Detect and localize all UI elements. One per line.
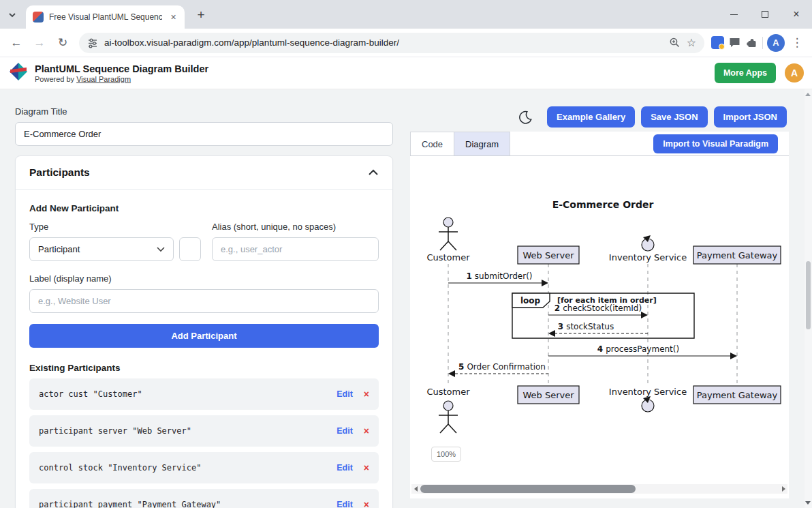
participant-type-select[interactable]: Participant [29,237,174,261]
participants-card-body: Add New Participant Type Participant [16,190,392,508]
add-participant-button[interactable]: Add Participant [29,324,379,348]
bookmark-star-icon[interactable]: ☆ [687,36,696,49]
alias-input[interactable] [212,237,379,261]
chat-icon[interactable] [728,36,741,49]
horizontal-scroll-thumb[interactable] [420,485,636,493]
message-4: 4processPayment() [548,344,737,359]
address-bar[interactable]: ai-toolbox.visual-paradigm.com/app/plant… [79,33,704,53]
powered-by: Powered by Visual Paradigm [35,75,208,83]
svg-text:loop: loop [520,296,541,305]
participant-webserver-bottom: Web Server [518,386,579,404]
svg-text:3stockStatus: 3stockStatus [558,322,614,331]
preview-area: Example Gallery Save JSON Import JSON Co… [410,89,789,508]
visual-paradigm-logo [8,61,29,85]
back-button[interactable]: ← [7,33,26,53]
svg-text:5Order Confirmation: 5Order Confirmation [458,362,546,372]
maximize-button[interactable] [749,0,781,29]
app-title-block: PlantUML Sequence Diagram Builder Powere… [35,63,208,83]
participants-card: Participants Add New Participant Type Pa… [15,155,393,508]
scroll-right-arrow-icon[interactable] [779,484,787,494]
tab-diagram[interactable]: Diagram [454,132,510,155]
forward-button[interactable]: → [30,33,49,53]
minimize-button[interactable] [718,0,749,29]
edit-participant-link[interactable]: Edit [337,463,353,473]
minimize-icon [730,14,738,15]
participant-type-value: Participant [38,244,80,254]
sequence-diagram: E-Commerce Order Customer Web Server [420,169,785,436]
delete-participant-icon[interactable]: × [364,462,369,473]
delete-participant-icon[interactable]: × [364,389,369,400]
close-window-button[interactable]: × [781,0,812,29]
example-gallery-button[interactable]: Example Gallery [547,106,635,128]
display-name-block: Label (display name) [29,273,379,313]
site-settings-icon[interactable] [87,38,98,48]
participant-color-input[interactable] [179,237,201,261]
zoom-icon[interactable] [669,37,681,48]
browser-menu-icon[interactable]: ⋮ [789,35,805,50]
tab-search-chevron-icon[interactable] [7,10,18,20]
actor-customer-top: Customer [426,218,470,263]
powered-by-prefix: Powered by [35,75,74,83]
diagram-title-input[interactable] [15,122,393,146]
loop-fragment: loop [for each item in order] [512,293,694,338]
participants-card-header[interactable]: Participants [16,156,392,190]
svg-text:Web Server: Web Server [522,250,574,260]
page-vertical-scrollbar[interactable] [805,89,812,508]
new-tab-button[interactable]: + [192,6,210,24]
horizontal-scroll-track[interactable] [420,484,779,494]
app-user-avatar[interactable]: A [785,63,804,83]
extensions-puzzle-icon[interactable] [745,36,758,49]
participant-list-item: control stock "Inventory Service" Edit × [29,452,379,483]
dark-mode-moon-icon[interactable] [518,110,533,125]
tab-title: Free Visual PlantUML Sequence [49,12,162,22]
browser-profile-avatar[interactable]: A [767,34,785,52]
save-json-button[interactable]: Save JSON [641,106,707,128]
edit-participant-link[interactable]: Edit [337,426,353,436]
participant-list-item: participant payment "Payment Gateway" Ed… [29,489,379,508]
participant-list-item: actor cust "Customer" Edit × [29,378,379,410]
display-name-input[interactable] [29,289,379,313]
diagram-title-label: Diagram Title [15,106,393,117]
import-to-visual-paradigm-button[interactable]: Import to Visual Paradigm [653,134,778,153]
svg-text:4processPayment(): 4processPayment() [597,344,679,354]
extension-shortcut-icon[interactable] [711,36,724,49]
app-title: PlantUML Sequence Diagram Builder [35,63,208,75]
header-actions: More Apps A [715,63,804,83]
participant-payment-top: Payment Gateway [693,246,781,264]
svg-text:Inventory Service: Inventory Service [609,252,687,263]
more-apps-button[interactable]: More Apps [715,63,776,83]
delete-participant-icon[interactable]: × [364,499,369,508]
delete-participant-icon[interactable]: × [364,425,369,436]
participant-webserver-top: Web Server [518,246,579,264]
visual-paradigm-link[interactable]: Visual Paradigm [76,75,131,83]
tab-close-icon[interactable]: × [168,12,179,23]
participant-code: participant server "Web Server" [39,426,326,436]
svg-text:Web Server: Web Server [522,390,574,400]
svg-text:Customer: Customer [426,387,470,397]
scroll-up-arrow-icon[interactable] [805,93,811,96]
participant-list-item: participant server "Web Server" Edit × [29,415,379,447]
edit-participant-link[interactable]: Edit [337,500,353,508]
participant-code: participant payment "Payment Gateway" [39,500,326,508]
preview-tab-bar: Code Diagram Import to Visual Paradigm [410,132,789,156]
reload-button[interactable]: ↻ [53,33,72,53]
tab-code[interactable]: Code [410,132,454,155]
diagram-canvas[interactable]: E-Commerce Order Customer Web Server [410,156,789,479]
existing-participants-heading: Existing Participants [29,363,379,373]
svg-text:Payment Gateway: Payment Gateway [697,250,778,260]
message-1: 1submitOrder() [448,271,548,286]
scroll-down-arrow-icon[interactable] [805,501,811,505]
edit-participant-link[interactable]: Edit [337,389,353,399]
horizontal-scrollbar[interactable] [411,484,787,494]
url-text[interactable]: ai-toolbox.visual-paradigm.com/app/plant… [104,38,663,48]
import-json-button[interactable]: Import JSON [714,106,787,128]
sequence-title: E-Commerce Order [552,199,654,210]
participant-form-row: Type Participant Alias (short, unique, n… [29,222,379,261]
actor-customer-bottom: Customer [426,387,470,433]
vertical-scroll-thumb[interactable] [806,261,811,329]
message-3: 3stockStatus [548,322,648,337]
collapse-chevron-up-icon[interactable] [368,168,379,177]
scroll-left-arrow-icon[interactable] [411,484,420,494]
add-new-participant-heading: Add New Participant [29,203,379,213]
browser-tab[interactable]: Free Visual PlantUML Sequence × [26,5,185,29]
